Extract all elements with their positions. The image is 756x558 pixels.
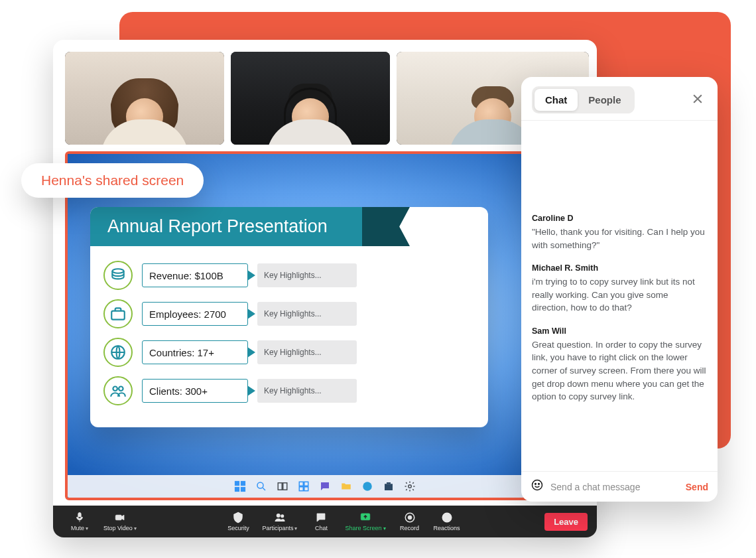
explorer-icon[interactable] [340,480,353,493]
svg-point-9 [257,482,263,488]
start-icon[interactable] [233,480,247,493]
briefcase-icon [103,299,133,328]
svg-point-28 [448,516,449,518]
svg-rect-14 [299,487,303,491]
svg-rect-13 [304,482,308,486]
chat-label: Chat [315,525,328,531]
metric-row: Clients: 300+ Key Highlights... [103,376,475,405]
svg-point-22 [281,515,284,518]
chat-tabs: Chat People [532,86,635,113]
svg-rect-12 [299,482,303,486]
chat-message: Michael R. Smith i'm trying to to copy s… [532,263,707,314]
svg-point-16 [363,482,372,491]
slide-title: Annual Report Presentation [90,207,362,246]
metric-highlight: Key Highlights... [257,302,357,326]
message-body: Great question. In order to copy the sur… [532,338,707,403]
chat-header: Chat People [521,77,718,121]
metric-value: Revenue: $100B [142,263,248,287]
svg-rect-1 [111,311,125,320]
participants-button[interactable]: Participants▾ [257,512,302,531]
security-button[interactable]: Security [221,512,255,531]
shared-screen: Annual Report Presentation Revenue: $100… [65,151,585,500]
tab-chat[interactable]: Chat [535,89,578,111]
meeting-toolbar: Mute▾ Stop Video▾ Security Participants▾… [53,506,597,537]
svg-rect-7 [235,487,239,492]
svg-rect-15 [304,487,308,491]
chat-button[interactable]: Chat [304,512,338,531]
security-label: Security [227,525,249,531]
search-icon[interactable] [255,480,268,493]
taskview-icon[interactable] [276,480,289,493]
chat-panel: Chat People Caroline D "Hello, thank you… [521,77,718,502]
svg-point-30 [535,484,536,485]
svg-point-27 [445,516,446,518]
svg-point-26 [442,513,452,522]
presentation-slide: Annual Report Presentation Revenue: $100… [90,207,488,427]
slide-metrics: Revenue: $100B Key Highlights... Employe… [90,246,488,412]
leave-button[interactable]: Leave [544,513,588,531]
reactions-label: Reactions [434,525,460,531]
record-label: Record [400,525,419,531]
globe-icon [103,338,133,367]
chat-compose: Send [521,471,718,502]
svg-point-21 [277,514,280,518]
svg-rect-18 [387,482,391,484]
coins-icon [103,261,133,290]
widgets-icon[interactable] [297,480,310,493]
windows-taskbar: ^ [68,475,582,498]
message-author: Sam Will [532,326,707,336]
emoji-icon[interactable] [531,478,544,495]
stop-video-label: Stop Video [103,525,133,531]
svg-rect-10 [278,483,282,490]
edge-icon[interactable] [361,480,374,493]
svg-point-19 [409,485,412,488]
metric-highlight: Key Highlights... [257,263,357,287]
svg-rect-11 [283,483,287,490]
participant-thumb[interactable] [231,52,390,145]
share-indicator-bubble: Henna's shared screen [21,163,204,198]
participant-thumbnails [53,40,597,151]
svg-point-4 [119,387,123,391]
svg-rect-5 [235,481,239,486]
tab-people[interactable]: People [578,89,631,111]
svg-point-0 [112,269,123,273]
svg-point-3 [113,387,117,391]
metric-row: Revenue: $100B Key Highlights... [103,261,475,290]
svg-point-29 [533,480,542,490]
chat-messages: Caroline D "Hello, thank you for visitin… [521,121,718,471]
message-author: Michael R. Smith [532,263,707,273]
metric-highlight: Key Highlights... [257,379,357,403]
metric-row: Countries: 17+ Key Highlights... [103,338,475,367]
svg-rect-20 [115,515,121,520]
meeting-window: Annual Report Presentation Revenue: $100… [53,40,597,537]
message-body: "Hello, thank you for visiting. Can I he… [532,226,707,251]
metric-value: Countries: 17+ [142,340,248,364]
metric-value: Clients: 300+ [142,379,248,403]
message-body: i'm trying to to copy survey link but it… [532,275,707,314]
svg-point-25 [408,516,412,520]
record-button[interactable]: Record [393,512,427,531]
store-icon[interactable] [382,480,395,493]
people-icon [103,376,133,405]
participant-thumb[interactable] [65,52,224,145]
message-author: Caroline D [532,214,707,223]
chat-message: Caroline D "Hello, thank you for visitin… [532,214,707,251]
reactions-button[interactable]: Reactions [428,512,466,531]
send-button[interactable]: Send [686,482,708,492]
share-screen-button[interactable]: Share Screen▾ [340,512,391,531]
svg-point-31 [538,484,540,485]
metric-highlight: Key Highlights... [257,340,357,364]
share-screen-label: Share Screen [345,525,381,531]
settings-icon[interactable] [403,480,416,493]
svg-rect-8 [241,487,245,492]
metric-value: Employees: 2700 [142,302,248,326]
chat-icon[interactable] [318,480,332,493]
participants-label: Participants [262,525,293,531]
close-icon[interactable] [688,90,707,111]
chat-message: Sam Will Great question. In order to cop… [532,326,707,403]
mute-button[interactable]: Mute▾ [62,512,97,531]
metric-row: Employees: 2700 Key Highlights... [103,299,475,328]
mute-label: Mute [71,525,84,531]
chat-input[interactable] [550,482,679,492]
stop-video-button[interactable]: Stop Video▾ [98,512,142,531]
